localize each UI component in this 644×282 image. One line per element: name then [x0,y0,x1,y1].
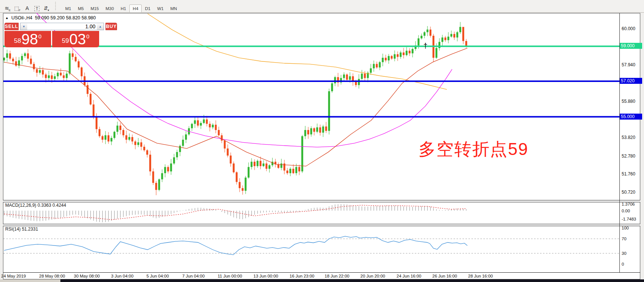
price-tick-label: 53.820 [622,135,643,140]
time-axis-label: 30 May 08:00 [74,274,100,278]
price-tick-label: 52.780 [622,153,643,159]
time-axis-label: 3 Jun 04:00 [111,274,133,278]
quote-open: 59.090 [35,15,49,20]
sell-button[interactable]: SELL [4,23,19,30]
panel-separator[interactable] [3,224,640,226]
time-axis-label: 7 Jun 04:00 [182,274,205,278]
price-tick-label: 55.880 [622,99,643,104]
price-tick-label: 60.000 [622,26,643,31]
macd-label: MACD(12,26,9) 0.3363 0.4244 [5,203,66,208]
time-axis-label: 5 Jun 04:00 [146,274,169,278]
grid-template-icon[interactable]: ⬚F [13,4,22,13]
time-axis-label: 28 Jun 16:00 [468,274,493,278]
timeframe-button-W1[interactable]: W1 [154,4,167,13]
grid-template-icon-glyph: ⬚ [14,5,19,11]
timeframe-button-MN[interactable]: MN [167,4,180,13]
time-axis-label: 18 Jun 22:00 [325,274,350,278]
toolbar-icon-group: ≋E⬚FAT⇵▾ [3,5,51,11]
volume-increase-button[interactable]: ▲ [97,23,104,30]
volume-input[interactable] [27,23,97,30]
indicators-icon-sub: E [9,9,10,12]
buy-price-small: 59 [62,37,69,45]
bottom-panel-tab [0,279,60,282]
buy-price-big: 03 [69,32,86,47]
grid-template-icon-sub: F [19,9,20,12]
rsi-label: RSI(14) 51.2331 [5,226,38,232]
text-label-icon[interactable]: A [22,4,32,13]
timeframe-button-H4[interactable]: H4 [129,4,142,13]
macd-axis-label: -1.7483 [622,217,636,221]
text-label-icon-glyph: A [25,5,29,11]
symbol-info-line: ▲ USOil-,H4 59.090 59.200 58.820 58.980 [5,15,96,20]
toolbar-separator [55,2,58,10]
price-tag-59.000: 59.000 [620,43,642,49]
volume-decrease-button[interactable]: ▼ [20,23,27,30]
arrange-arrows-icon[interactable]: ⇵▾ [42,4,51,13]
panel-separator[interactable] [3,200,640,202]
text-box-icon-glyph: T [34,6,40,11]
sell-price-tile[interactable]: 58 98 0 [4,31,51,47]
timeframe-button-M5[interactable]: M5 [75,4,87,13]
text-box-icon[interactable]: T [32,4,42,13]
timeframe-button-M1[interactable]: M1 [62,4,75,13]
time-axis-label: 16 Jun 23:00 [290,274,315,278]
rsi-axis-label: 100 [622,226,629,230]
timeframe-button-D1[interactable]: D1 [142,4,154,13]
symbol-name: USOil-,H4 [11,15,32,20]
bottom-panel-edge [0,279,644,282]
symbol-marker-icon: ▲ [5,16,9,20]
macd-axis-label: 1.3706 [622,202,635,206]
price-tag-55.000: 55.000 [620,114,642,120]
crosshair-mark: † [423,42,427,50]
rsi-axis-label: 30 [622,251,626,256]
one-click-trading-panel: SELL ▼ ▲ BUY 58 98 0 59 03 0 [4,23,100,47]
price-tag-57.020: 57.020 [620,78,642,84]
time-axis-label: 20 Jun 20:00 [360,274,385,278]
time-axis-label: 26 Jun 16:00 [432,274,457,278]
sell-price-sup: 0 [38,33,41,39]
rsi-axis-label: 70 [622,237,626,241]
macd-axis-label: 0.00 [622,209,630,213]
macd-panel-canvas[interactable] [3,202,619,224]
quote-close: 58.980 [82,15,96,20]
quote-low: 58.820 [66,15,80,20]
rsi-panel-canvas[interactable] [3,225,619,272]
sell-price-big: 98 [22,32,38,47]
price-axis-line [619,13,620,272]
buy-button[interactable]: BUY [105,23,117,30]
timeframe-button-M30[interactable]: M30 [102,4,117,13]
quote-high: 59.200 [50,15,64,20]
price-tick-label: 50.720 [622,190,643,195]
time-axis-label: 28 May 08:00 [39,274,65,278]
chart-annotation-text: 多空转折点59 [419,138,528,161]
price-tick-label: 51.760 [622,171,643,177]
time-axis-label: 13 Jun 00:00 [253,274,278,278]
buy-price-sup: 0 [86,33,89,39]
time-axis-label: 24 Jun 16:00 [397,274,422,278]
rsi-axis-label: 0 [622,262,624,266]
timeframe-button-M15[interactable]: M15 [87,4,102,13]
arrange-arrows-icon-sub: ▾ [48,9,49,12]
toolbar: ≋E⬚FAT⇵▾ M1M5M15M30H1H4D1W1MN [0,0,644,13]
volume-stepper: ▼ ▲ [20,23,104,30]
time-axis-label: 24 May 2019 [1,274,26,278]
timeframe-button-H1[interactable]: H1 [117,4,130,13]
price-tick-label: 57.940 [622,62,643,67]
time-axis-line [3,272,640,273]
indicators-icon[interactable]: ≋E [3,4,13,13]
timeframe-button-group: M1M5M15M30H1H4D1W1MN [62,5,180,11]
buy-price-tile[interactable]: 59 03 0 [52,31,99,47]
time-axis-label: 11 Jun 00:00 [218,274,242,278]
sell-price-small: 58 [14,37,21,45]
